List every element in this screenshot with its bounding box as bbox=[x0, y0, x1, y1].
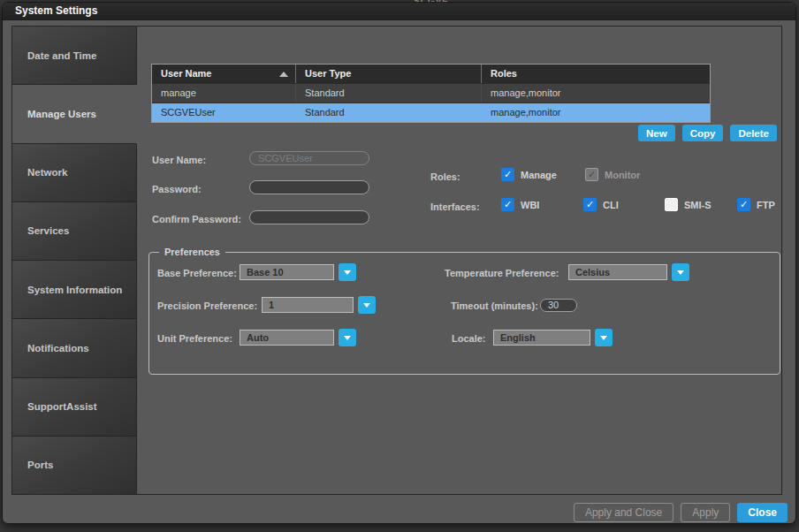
chevron-down-icon bbox=[363, 303, 370, 308]
table-header-row: User Name User Type Roles bbox=[152, 65, 710, 83]
unit-preference-dropdown-button[interactable] bbox=[339, 329, 356, 346]
sidebar-item-notifications[interactable]: Notifications bbox=[12, 319, 137, 377]
new-button[interactable]: New bbox=[638, 125, 675, 141]
password-label: Password: bbox=[152, 184, 202, 194]
base-preference-label: Base Preference: bbox=[157, 268, 237, 278]
temperature-preference-dropdown-button[interactable] bbox=[672, 263, 689, 281]
base-preference-dropdown-button[interactable] bbox=[339, 263, 356, 281]
cli-checkbox[interactable]: ✓ bbox=[583, 198, 597, 211]
confirm-password-field[interactable] bbox=[249, 210, 369, 224]
ftp-checkbox-label: FTP bbox=[757, 200, 775, 210]
locale-label: Locale: bbox=[452, 333, 486, 344]
manage-checkbox-label: Manage bbox=[521, 170, 557, 180]
user-name-field[interactable]: SCGVEUser bbox=[249, 151, 369, 165]
chevron-down-icon bbox=[600, 336, 607, 340]
wbi-checkbox-label: WBI bbox=[521, 200, 539, 210]
smi-s-checkbox-label: SMI-S bbox=[684, 200, 711, 210]
sidebar-item-date-and-time[interactable]: Date and Time bbox=[12, 27, 137, 85]
user-name-label: User Name: bbox=[152, 155, 206, 165]
chevron-down-icon bbox=[677, 270, 684, 275]
locale-select[interactable]: English bbox=[493, 330, 590, 346]
column-header-user-type[interactable]: User Type bbox=[295, 65, 481, 83]
unit-preference-label: Unit Preference: bbox=[157, 333, 232, 344]
precision-preference-dropdown-button[interactable] bbox=[358, 296, 376, 314]
users-table: User Name User Type Roles manage Standar… bbox=[151, 64, 711, 123]
roles-label: Roles: bbox=[430, 171, 460, 182]
dialog-footer: Apply and Close Apply Close bbox=[574, 503, 788, 522]
delete-button[interactable]: Delete bbox=[730, 125, 777, 141]
table-row-manage[interactable]: manage Standard manage,monitor bbox=[152, 83, 710, 103]
temperature-preference-select[interactable]: Celsius bbox=[568, 264, 667, 280]
sidebar-item-system-information[interactable]: System Information bbox=[12, 261, 137, 319]
monitor-checkbox-disabled: ✓ bbox=[585, 168, 598, 181]
sidebar-item-supportassist[interactable]: SupportAssist bbox=[12, 378, 137, 437]
settings-sidebar: Date and Time Manage Users Network Servi… bbox=[12, 27, 137, 494]
copy-button[interactable]: Copy bbox=[682, 125, 724, 141]
wbi-checkbox[interactable]: ✓ bbox=[501, 198, 514, 211]
chevron-down-icon bbox=[344, 336, 351, 340]
column-header-roles[interactable]: Roles bbox=[481, 65, 710, 83]
apply-and-close-button[interactable]: Apply and Close bbox=[574, 503, 673, 522]
table-actions: New Copy Delete bbox=[638, 125, 777, 141]
table-row-scgveuser-selected[interactable]: SCGVEUser Standard manage,monitor bbox=[152, 103, 710, 122]
timeout-field[interactable]: 30 bbox=[540, 299, 577, 312]
sidebar-item-manage-users[interactable]: Manage Users bbox=[12, 85, 137, 143]
preferences-group: Preferences Base Preference: Base 10 Tem… bbox=[148, 252, 780, 375]
precision-preference-select[interactable]: 1 bbox=[262, 297, 354, 313]
locale-dropdown-button[interactable] bbox=[595, 329, 613, 346]
password-field[interactable] bbox=[249, 180, 369, 194]
dialog-title: System Settings bbox=[3, 3, 795, 20]
system-settings-dialog: System Settings Date and Time Manage Use… bbox=[2, 2, 796, 524]
column-header-user-name[interactable]: User Name bbox=[152, 65, 295, 83]
settings-panel: Date and Time Manage Users Network Servi… bbox=[11, 26, 782, 495]
cli-checkbox-label: CLI bbox=[603, 200, 619, 210]
sidebar-item-services[interactable]: Services bbox=[12, 202, 137, 261]
base-preference-select[interactable]: Base 10 bbox=[240, 264, 334, 280]
sidebar-item-network[interactable]: Network bbox=[12, 144, 137, 202]
apply-button[interactable]: Apply bbox=[681, 503, 730, 522]
interfaces-label: Interfaces: bbox=[430, 201, 480, 212]
timeout-label: Timeout (minutes): bbox=[451, 300, 538, 311]
sidebar-item-ports[interactable]: Ports bbox=[12, 437, 137, 494]
smi-s-checkbox[interactable] bbox=[665, 198, 678, 211]
manage-checkbox[interactable]: ✓ bbox=[501, 168, 514, 181]
confirm-password-label: Confirm Password: bbox=[152, 214, 241, 224]
preferences-legend: Preferences bbox=[159, 247, 225, 257]
chevron-down-icon bbox=[344, 270, 351, 275]
unit-preference-select[interactable]: Auto bbox=[240, 330, 334, 346]
temperature-preference-label: Temperature Preference: bbox=[445, 268, 559, 278]
monitor-checkbox-label: Monitor bbox=[605, 170, 640, 180]
close-button[interactable]: Close bbox=[737, 503, 788, 522]
precision-preference-label: Precision Preference: bbox=[157, 300, 257, 311]
ftp-checkbox[interactable]: ✓ bbox=[737, 198, 750, 211]
sort-ascending-icon bbox=[279, 72, 288, 77]
